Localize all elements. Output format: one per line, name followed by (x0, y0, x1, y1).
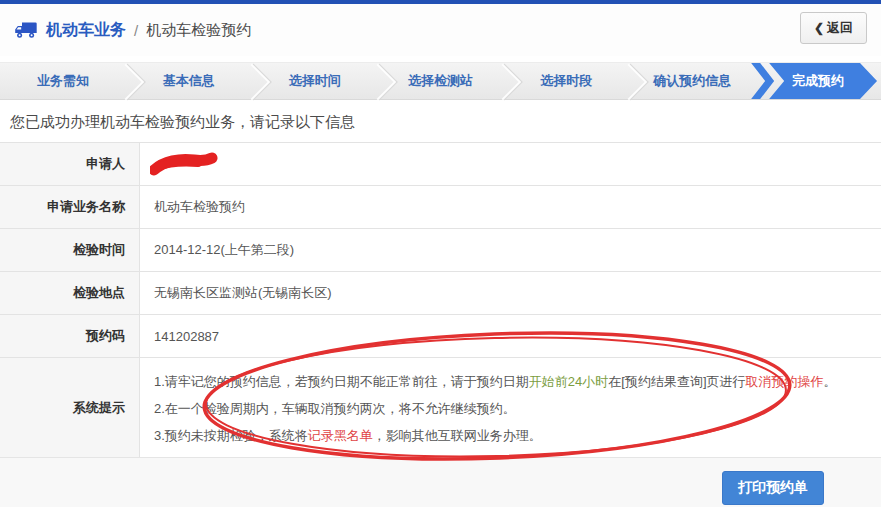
row-label: 检验地点 (0, 272, 140, 314)
truck-icon (14, 20, 38, 40)
breadcrumb: 机动车业务 / 机动车检验预约 (14, 20, 251, 41)
table-row-booking-code: 预约码 141202887 (0, 315, 881, 358)
table-row-inspection-place: 检验地点 无锡南长区监测站(无锡南长区) (0, 272, 881, 315)
step-label: 选择时间 (289, 72, 341, 90)
breadcrumb-root-link[interactable]: 机动车业务 (46, 20, 126, 41)
redaction-scribble (150, 152, 220, 176)
step-wizard: 业务需知 基本信息 选择时间 选择检测站 选择时段 确认预约信息 完成预约 (0, 62, 881, 100)
note-segment-green: 开始前24小时 (529, 374, 608, 389)
system-note-line: 2.在一个检验周期内，车辆取消预约两次，将不允许继续预约。 (154, 395, 881, 422)
row-label: 检验时间 (0, 229, 140, 271)
table-row-applicant: 申请人 (0, 143, 881, 186)
back-button[interactable]: ❮ 返回 (800, 12, 867, 44)
note-segment-default: 在[预约结果查询]页进行 (608, 374, 745, 389)
breadcrumb-separator: / (134, 22, 138, 39)
header: 机动车业务 / 机动车检验预约 ❮ 返回 (0, 4, 881, 56)
success-message: 您已成功办理机动车检验预约业务，请记录以下信息 (0, 100, 881, 142)
step-item-complete[interactable]: 完成预约 (755, 63, 881, 99)
note-segment-red: 取消预约操作 (746, 374, 824, 389)
system-note-line: 3.预约未按期检验，系统将记录黑名单，影响其他互联网业务办理。 (154, 422, 881, 449)
note-segment-default: 3.预约未按期检验，系统将 (154, 428, 308, 443)
note-segment-default: 1.请牢记您的预约信息，若预约日期不能正常前往，请于预约日期 (154, 374, 529, 389)
step-label: 基本信息 (163, 72, 215, 90)
note-segment-default: 。 (824, 374, 837, 389)
step-item-select-station[interactable]: 选择检测站 (378, 63, 504, 99)
info-table: 申请人 申请业务名称 机动车检验预约 检验时间 2014-12-12(上午第二段… (0, 142, 881, 459)
active-step-notch (751, 63, 775, 99)
footer-bar: 打印预约单 (0, 457, 881, 507)
table-row-system-notes: 系统提示 1.请牢记您的预约信息，若预约日期不能正常前往，请于预约日期开始前24… (0, 358, 881, 459)
row-value: 无锡南长区监测站(无锡南长区) (140, 272, 881, 314)
note-segment-default: 2.在一个检验周期内，车辆取消预约两次，将不允许继续预约。 (154, 401, 516, 416)
step-label: 确认预约信息 (653, 72, 731, 90)
system-notes: 1.请牢记您的预约信息，若预约日期不能正常前往，请于预约日期开始前24小时在[预… (140, 358, 881, 458)
note-segment-default: ，影响其他互联网业务办理。 (373, 428, 542, 443)
breadcrumb-current: 机动车检验预约 (146, 21, 251, 40)
row-value (140, 143, 881, 185)
page: 机动车业务 / 机动车检验预约 ❮ 返回 业务需知 基本信息 选择时间 选择检测… (0, 0, 881, 514)
table-row-inspection-time: 检验时间 2014-12-12(上午第二段) (0, 229, 881, 272)
step-label: 业务需知 (37, 72, 89, 90)
back-button-label: 返回 (827, 19, 853, 37)
note-segment-red: 记录黑名单 (308, 428, 373, 443)
print-booking-button[interactable]: 打印预约单 (722, 471, 824, 505)
table-row-service-name: 申请业务名称 机动车检验预约 (0, 186, 881, 229)
step-label: 完成预约 (792, 72, 844, 90)
step-item-basic-info[interactable]: 基本信息 (126, 63, 252, 99)
row-label: 预约码 (0, 315, 140, 357)
row-value: 2014-12-12(上午第二段) (140, 229, 881, 271)
step-item-select-slot[interactable]: 选择时段 (503, 63, 629, 99)
row-value: 141202887 (140, 315, 881, 357)
row-label: 申请业务名称 (0, 186, 140, 228)
back-chevron-icon: ❮ (814, 21, 824, 35)
step-label: 选择时段 (540, 72, 592, 90)
system-note-line: 1.请牢记您的预约信息，若预约日期不能正常前往，请于预约日期开始前24小时在[预… (154, 368, 881, 395)
row-label: 系统提示 (0, 358, 140, 458)
step-label: 选择检测站 (408, 72, 473, 90)
step-item-select-time[interactable]: 选择时间 (252, 63, 378, 99)
row-label: 申请人 (0, 143, 140, 185)
step-item-notice[interactable]: 业务需知 (0, 63, 126, 99)
row-value: 机动车检验预约 (140, 186, 881, 228)
step-item-confirm[interactable]: 确认预约信息 (629, 63, 755, 99)
